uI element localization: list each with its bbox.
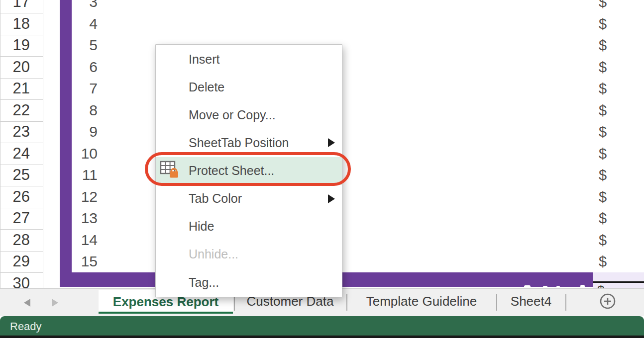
submenu-arrow-icon [328, 194, 335, 203]
menu-item-label: Tag... [189, 275, 219, 290]
cell-currency-27[interactable]: $ [599, 210, 619, 227]
menu-item-hide[interactable]: Hide [156, 213, 342, 241]
row-gridline [0, 99, 43, 100]
row-header-20[interactable]: 20 [0, 59, 30, 76]
status-bar: Ready [0, 316, 644, 336]
cell-currency-29[interactable]: $ [599, 253, 619, 270]
tab-separator [346, 294, 347, 311]
clipped-text-fragment [556, 286, 560, 288]
cell-currency-20[interactable]: $ [599, 59, 619, 76]
row-header-19[interactable]: 19 [0, 37, 30, 54]
tab-template-guideline[interactable]: Template Guideline [366, 289, 477, 314]
cell-seq-26[interactable]: 12 [73, 188, 98, 205]
grid-left-border-line [0, 0, 0, 288]
clipped-text-fragment [524, 285, 531, 288]
cell-currency-28[interactable]: $ [599, 232, 619, 249]
menu-item-label: Hide [189, 219, 214, 234]
menu-item-tag[interactable]: Tag... [156, 268, 342, 296]
row-header-26[interactable]: 26 [0, 188, 30, 205]
clipped-text-fragment [543, 286, 547, 288]
cell-seq-20[interactable]: 6 [73, 59, 98, 76]
cell-currency-21[interactable]: $ [599, 80, 619, 97]
cell-seq-25[interactable]: 11 [73, 167, 98, 183]
active-tab-underline [99, 312, 233, 314]
cell-seq-23[interactable]: 9 [73, 123, 98, 140]
cell-currency-18[interactable]: $ [599, 15, 619, 32]
row-header-17[interactable]: 17 [0, 0, 30, 10]
row-header-21[interactable]: 21 [0, 80, 30, 97]
cell-black-top-border [593, 281, 644, 283]
red-annotation-oval [145, 152, 351, 186]
row-header-25[interactable]: 25 [0, 167, 30, 183]
plus-circle-icon [600, 293, 616, 309]
tab-scroll-left-icon[interactable] [24, 299, 30, 307]
menu-item-label: Tab Color [189, 191, 242, 206]
cell-currency-26[interactable]: $ [599, 188, 619, 205]
cell-seq-29[interactable]: 15 [73, 253, 98, 270]
cell-currency-23[interactable]: $ [599, 123, 619, 140]
row-gridline [0, 208, 43, 208]
menu-item-move-or-copy[interactable]: Move or Copy... [156, 101, 342, 129]
row-header-27[interactable]: 27 [0, 210, 30, 227]
row-gridline [0, 272, 43, 273]
row-gridline [0, 121, 43, 122]
row-gridline [0, 186, 43, 186]
row-header-29[interactable]: 29 [0, 253, 30, 270]
cell-currency-22[interactable]: $ [599, 102, 619, 119]
window-bottom-edge [0, 336, 644, 338]
row-gridline [0, 35, 43, 35]
menu-item-delete[interactable]: Delete [156, 73, 342, 101]
cell-seq-19[interactable]: 5 [73, 37, 98, 54]
submenu-arrow-icon [328, 138, 335, 147]
row-gridline [0, 165, 43, 165]
excel-window: 173$184$195$206$217$228$239$2410$2511$26… [0, 0, 644, 338]
row-header-24[interactable]: 24 [0, 145, 30, 162]
row-header-18[interactable]: 18 [0, 15, 30, 32]
clipped-text-fragment [580, 285, 585, 288]
menu-item-label: Unhide... [189, 247, 238, 261]
row-header-23[interactable]: 23 [0, 123, 30, 140]
cell-seq-28[interactable]: 14 [73, 232, 98, 249]
tab-scroll-right-icon[interactable] [52, 299, 58, 307]
clipped-currency-text: $ [597, 284, 612, 288]
menu-item-unhide[interactable]: Unhide... [156, 241, 342, 268]
cell-seq-22[interactable]: 8 [73, 102, 98, 119]
tab-separator [496, 294, 497, 311]
menu-item-label: SheetTab Position [189, 136, 289, 150]
menu-item-label: Move or Copy... [189, 108, 276, 122]
cell-seq-24[interactable]: 10 [73, 145, 98, 162]
tab-separator [565, 294, 566, 311]
tab-sheet4[interactable]: Sheet4 [511, 289, 551, 314]
menu-item-label: Insert [189, 52, 220, 67]
clipped-currency-cell: $ [597, 284, 612, 288]
cell-currency-24[interactable]: $ [599, 145, 619, 162]
cell-currency-25[interactable]: $ [599, 167, 619, 183]
cell-seq-27[interactable]: 13 [73, 210, 98, 227]
row-header-right-border-line [43, 0, 43, 288]
row-gridline [0, 229, 43, 230]
menu-item-label: Delete [189, 80, 224, 94]
table-left-purple-border [60, 0, 72, 287]
row-gridline [0, 78, 43, 79]
cell-seq-18[interactable]: 4 [73, 15, 98, 32]
row-header-28[interactable]: 28 [0, 232, 30, 249]
cell-seq-21[interactable]: 7 [73, 80, 98, 97]
row-gridline [0, 13, 43, 13]
status-ready-text: Ready [10, 316, 42, 336]
row-gridline [0, 56, 43, 57]
row-header-22[interactable]: 22 [0, 102, 30, 119]
row-gridline [0, 251, 43, 252]
add-sheet-button[interactable] [600, 293, 616, 309]
cell-currency-19[interactable]: $ [599, 37, 619, 54]
cell-seq-17[interactable]: 3 [73, 0, 98, 10]
menu-item-insert[interactable]: Insert [156, 45, 342, 73]
row-gridline [0, 143, 43, 143]
cell-currency-17[interactable]: $ [599, 0, 619, 10]
menu-item-tab-color[interactable]: Tab Color [156, 185, 342, 213]
